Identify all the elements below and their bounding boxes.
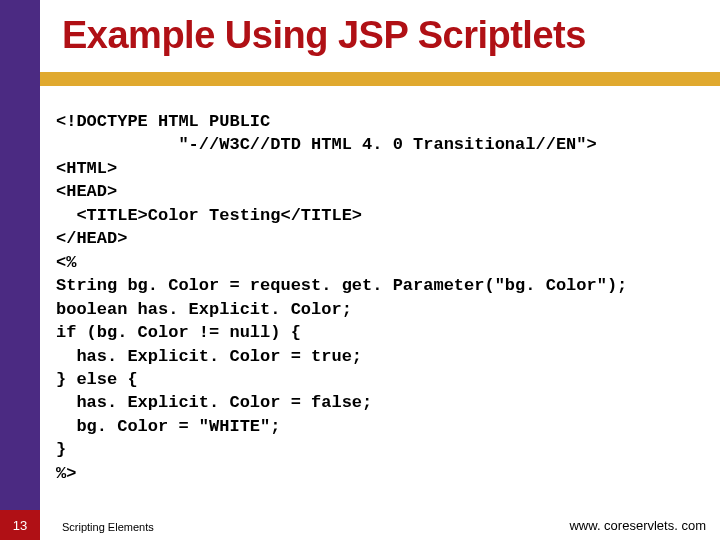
slide-footer: 13 Scripting Elements www. coreservlets.…: [0, 510, 720, 540]
page-number: 13: [0, 510, 40, 540]
footer-right-text: www. coreservlets. com: [569, 518, 706, 533]
left-accent-bar: [0, 0, 40, 540]
header-accent-band: [40, 72, 720, 86]
slide-title: Example Using JSP Scriptlets: [62, 14, 586, 57]
footer-left-text: Scripting Elements: [62, 521, 154, 533]
code-block: <!DOCTYPE HTML PUBLIC "-//W3C//DTD HTML …: [56, 110, 704, 485]
